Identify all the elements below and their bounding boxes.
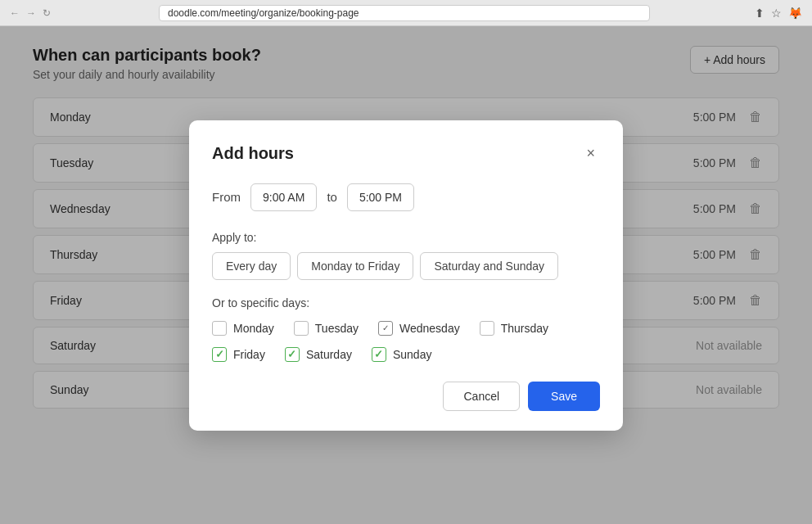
add-hours-modal: Add hours × From 9:00 AM to 5:00 PM Appl… [189, 120, 623, 431]
modal-header: Add hours × [212, 143, 600, 164]
checkbox-friday[interactable] [212, 347, 227, 362]
day-check-saturday[interactable]: Saturday [285, 347, 352, 362]
day-check-tuesday[interactable]: Tuesday [294, 321, 359, 336]
share-icon[interactable]: ⬆ [755, 7, 765, 20]
close-button[interactable]: × [581, 143, 600, 164]
browser-url[interactable]: doodle.com/meeting/organize/booking-page [159, 5, 650, 21]
checkbox-wednesday[interactable]: ✓ [378, 321, 393, 336]
to-time-input[interactable]: 5:00 PM [347, 183, 414, 211]
specific-days-label: Or to specific days: [212, 296, 600, 309]
checkbox-monday[interactable] [212, 321, 227, 336]
bookmark-icon[interactable]: ☆ [771, 7, 782, 20]
day-label-sunday: Sunday [393, 348, 431, 361]
checkbox-thursday[interactable] [480, 321, 494, 336]
checkbox-tuesday[interactable] [294, 321, 309, 336]
modal-title: Add hours [212, 144, 294, 163]
cancel-button[interactable]: Cancel [443, 382, 520, 411]
apply-monday-friday[interactable]: Monday to Friday [297, 252, 413, 280]
day-label-saturday: Saturday [306, 348, 352, 361]
day-check-friday[interactable]: Friday [212, 347, 265, 362]
apply-options: Every day Monday to Friday Saturday and … [212, 252, 600, 280]
from-time-input[interactable]: 9:00 AM [250, 183, 317, 211]
apply-to-section: Apply to: Every day Monday to Friday Sat… [212, 231, 600, 280]
profile-icon: 🦊 [788, 7, 802, 20]
day-check-thursday[interactable]: Thursday [480, 321, 548, 336]
modal-overlay: Add hours × From 9:00 AM to 5:00 PM Appl… [0, 26, 812, 524]
apply-to-label: Apply to: [212, 231, 600, 244]
apply-saturday-sunday[interactable]: Saturday and Sunday [420, 252, 558, 280]
day-label-friday: Friday [233, 348, 265, 361]
day-check-sunday[interactable]: Sunday [372, 347, 431, 362]
time-row: From 9:00 AM to 5:00 PM [212, 183, 600, 211]
specific-days-section: Or to specific days: Monday Tuesday [212, 296, 600, 362]
modal-footer: Cancel Save [212, 382, 600, 411]
day-label-wednesday: Wednesday [399, 322, 460, 335]
from-label: From [212, 190, 241, 204]
checkbox-saturday[interactable] [285, 347, 300, 362]
to-separator: to [327, 190, 337, 204]
page-content: When can participants book? Set your dai… [0, 26, 812, 524]
browser-bar: ← → ↻ doodle.com/meeting/organize/bookin… [0, 0, 812, 26]
days-grid: Monday Tuesday ✓ Wednesday [212, 321, 600, 362]
apply-every-day[interactable]: Every day [212, 252, 291, 280]
checkbox-sunday[interactable] [372, 347, 386, 362]
day-check-wednesday[interactable]: ✓ Wednesday [378, 321, 460, 336]
day-label-thursday: Thursday [501, 322, 548, 335]
day-label-monday: Monday [233, 322, 274, 335]
day-check-monday[interactable]: Monday [212, 321, 274, 336]
save-button[interactable]: Save [528, 382, 600, 411]
day-label-tuesday: Tuesday [315, 322, 359, 335]
